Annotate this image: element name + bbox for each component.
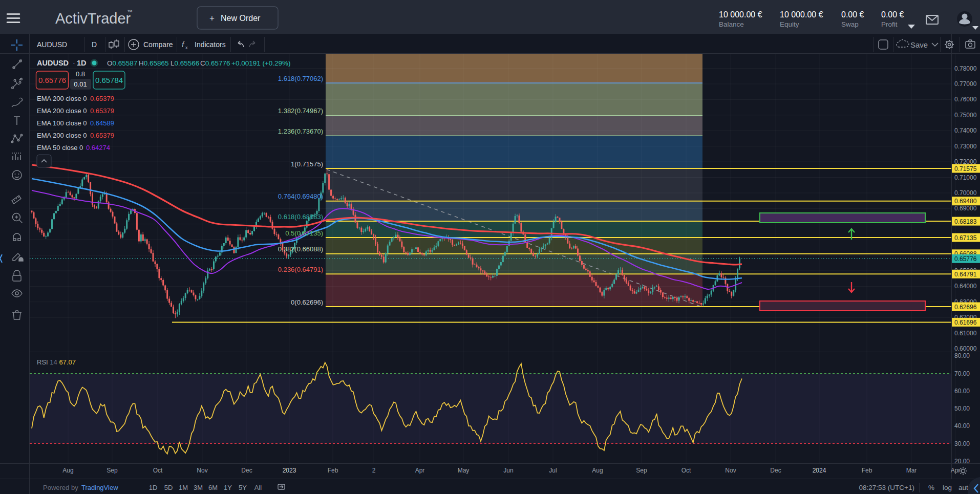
svg-text:0.64589: 0.64589 (90, 119, 114, 127)
svg-text:Aug: Aug (62, 467, 73, 474)
svg-text:Equity: Equity (780, 20, 799, 28)
svg-text:1D: 1D (149, 484, 158, 491)
svg-text:20.00: 20.00 (954, 458, 970, 465)
svg-text:0.764(0.69480): 0.764(0.69480) (278, 192, 323, 200)
svg-text:0.236(0.64791): 0.236(0.64791) (278, 266, 323, 273)
svg-text:0.01: 0.01 (74, 80, 87, 88)
svg-text:Nov: Nov (197, 467, 207, 474)
svg-text:2023: 2023 (283, 467, 296, 474)
svg-text:+0.00191 (+0.29%): +0.00191 (+0.29%) (231, 59, 291, 67)
svg-text:0.76000: 0.76000 (954, 96, 977, 103)
svg-text:x: x (185, 45, 188, 50)
svg-text:·: · (73, 59, 75, 67)
svg-text:0.64791: 0.64791 (954, 271, 977, 278)
svg-text:Aug: Aug (592, 467, 603, 474)
svg-text:Dec: Dec (241, 467, 252, 474)
svg-text:D: D (92, 40, 97, 49)
svg-text:10 000.00 €: 10 000.00 € (719, 10, 762, 19)
svg-text:Oct: Oct (681, 467, 691, 474)
svg-text:0.62696: 0.62696 (954, 304, 977, 311)
svg-text:0.61000: 0.61000 (954, 330, 977, 337)
svg-text:30.00: 30.00 (954, 440, 970, 447)
svg-text:Indicators: Indicators (195, 40, 226, 49)
svg-text:Sep: Sep (636, 467, 647, 474)
svg-text:0.75000: 0.75000 (954, 112, 977, 119)
svg-text:C0.65776: C0.65776 (200, 59, 230, 67)
svg-text:EMA 200 close 0: EMA 200 close 0 (37, 107, 87, 115)
svg-text:0.71000: 0.71000 (954, 174, 977, 181)
svg-text:80.00: 80.00 (954, 352, 970, 359)
svg-text:EMA 100 close 0: EMA 100 close 0 (37, 119, 87, 127)
svg-text:0.64000: 0.64000 (954, 283, 977, 290)
svg-text:EMA 50 close 0: EMA 50 close 0 (37, 144, 83, 152)
svg-text:AUDUSD: AUDUSD (37, 59, 69, 67)
svg-text:3M: 3M (194, 484, 203, 491)
svg-text:0(0.62696): 0(0.62696) (291, 298, 323, 306)
svg-text:5D: 5D (164, 484, 173, 491)
svg-text:Jul: Jul (549, 467, 557, 474)
svg-text:0.67135: 0.67135 (954, 234, 977, 242)
svg-text:0.65784: 0.65784 (95, 76, 123, 84)
svg-text:0.68183: 0.68183 (954, 218, 977, 225)
svg-text:0.64274: 0.64274 (86, 144, 110, 152)
svg-text:0.65776: 0.65776 (954, 255, 977, 263)
svg-text:0.69480: 0.69480 (954, 198, 977, 205)
svg-text:TradingView: TradingView (81, 484, 118, 491)
svg-text:%: % (928, 484, 934, 491)
svg-text:Jun: Jun (503, 467, 513, 474)
svg-text:0.65776: 0.65776 (38, 76, 66, 84)
svg-text:L0.65566: L0.65566 (171, 59, 199, 67)
svg-text:0.60000: 0.60000 (954, 345, 977, 352)
svg-text:0.8: 0.8 (76, 70, 85, 78)
svg-text:1M: 1M (179, 484, 188, 491)
svg-text:Nov: Nov (725, 467, 736, 474)
svg-text:™: ™ (127, 9, 133, 15)
svg-text:60.00: 60.00 (954, 388, 970, 395)
svg-text:Swap: Swap (841, 20, 859, 28)
svg-text:0.00 €: 0.00 € (881, 10, 904, 19)
svg-text:Oct: Oct (153, 467, 163, 474)
svg-text:08:27:53 (UTC+1): 08:27:53 (UTC+1) (859, 484, 914, 491)
svg-text:Feb: Feb (862, 467, 872, 474)
svg-text:1(0.71575): 1(0.71575) (291, 160, 323, 168)
svg-text:0.77000: 0.77000 (954, 80, 977, 88)
svg-text:0.73000: 0.73000 (954, 143, 977, 150)
svg-text:0.71575: 0.71575 (954, 165, 977, 173)
svg-text:EMA 200 close 0: EMA 200 close 0 (37, 132, 87, 139)
svg-text:0.69000: 0.69000 (954, 205, 977, 212)
svg-text:ActivTrader: ActivTrader (55, 10, 131, 27)
svg-text:Save: Save (910, 40, 928, 49)
svg-text:0.65379: 0.65379 (90, 107, 114, 115)
svg-text:0.65379: 0.65379 (90, 95, 114, 102)
svg-text:Mar: Mar (906, 467, 917, 474)
svg-text:0.70000: 0.70000 (954, 189, 977, 197)
svg-text:Powered by: Powered by (43, 484, 78, 491)
svg-text:50.00: 50.00 (954, 405, 970, 412)
svg-text:AUDUSD: AUDUSD (37, 40, 67, 49)
svg-text:EMA 200 close 0: EMA 200 close 0 (37, 95, 87, 102)
svg-text:1.618(0.77062): 1.618(0.77062) (278, 75, 323, 82)
svg-text:Dec: Dec (770, 467, 781, 474)
svg-text:2024: 2024 (813, 467, 826, 474)
svg-text:All: All (254, 484, 262, 491)
svg-text:0.65379: 0.65379 (90, 132, 114, 139)
svg-text:5Y: 5Y (239, 484, 247, 491)
svg-text:May: May (458, 467, 470, 474)
svg-text:0.5(0.67135): 0.5(0.67135) (285, 229, 323, 237)
svg-text:1.236(0.73670): 1.236(0.73670) (278, 127, 323, 135)
svg-text:2: 2 (372, 467, 376, 474)
svg-text:Sep: Sep (106, 467, 118, 474)
svg-text:70.00: 70.00 (954, 370, 970, 377)
svg-text:1Y: 1Y (224, 484, 232, 491)
svg-text:0.61696: 0.61696 (954, 319, 977, 326)
svg-text:O0.65587: O0.65587 (107, 59, 137, 67)
svg-text:RSI 14 67.07: RSI 14 67.07 (37, 358, 76, 366)
svg-text:1D: 1D (77, 59, 87, 67)
svg-text:Feb: Feb (328, 467, 338, 474)
svg-text:0.78000: 0.78000 (954, 65, 977, 72)
svg-text:6M: 6M (208, 484, 218, 491)
svg-text:New Order: New Order (221, 14, 261, 23)
svg-text:40.00: 40.00 (954, 422, 970, 429)
svg-text:0.00 €: 0.00 € (841, 10, 864, 19)
svg-text:Apr: Apr (415, 467, 425, 474)
